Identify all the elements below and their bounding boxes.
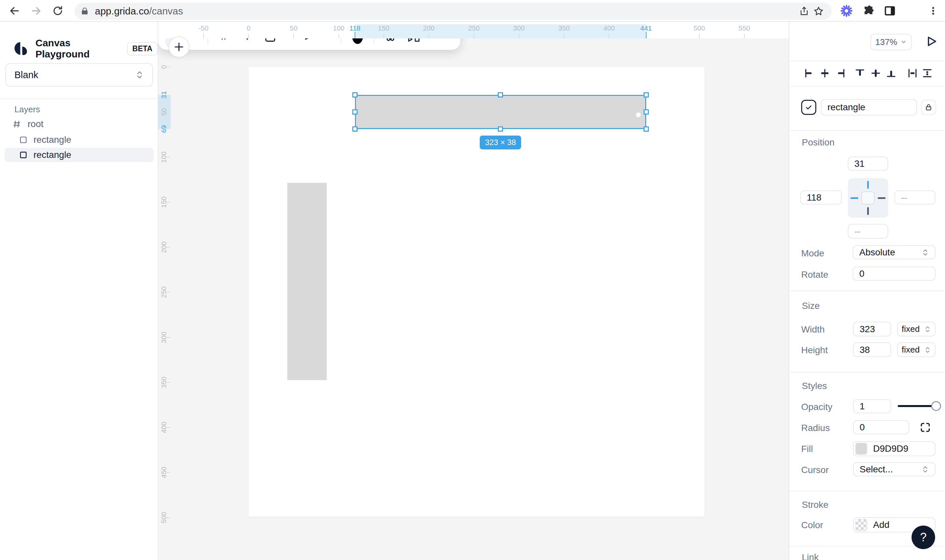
bookmark-star-icon[interactable] [811, 4, 826, 18]
play-button[interactable] [925, 35, 938, 48]
opacity-slider-knob[interactable] [931, 401, 941, 411]
ruler-tick [519, 34, 519, 38]
ruler-tick [564, 34, 565, 38]
zoom-level-button[interactable]: 137% [870, 34, 912, 50]
layer-item-root[interactable]: root [12, 117, 153, 131]
help-button[interactable]: ? [911, 526, 935, 549]
anchor-top-tick [867, 181, 869, 189]
ruler-tick [293, 34, 294, 38]
cursor-select[interactable]: Select... [853, 462, 936, 476]
align-right-icon[interactable] [835, 68, 846, 79]
lock-button[interactable] [921, 100, 936, 115]
panel-divider [790, 130, 945, 131]
ruler-tick [166, 202, 171, 203]
position-left-input[interactable]: 118 [800, 191, 842, 205]
ruler-tick [339, 34, 339, 38]
radius-corners-icon[interactable] [919, 422, 931, 433]
rectangle-layer-icon [19, 151, 28, 159]
left-sidebar: Canvas Playground BETA Blank Layers root… [0, 22, 158, 560]
canvas-rectangle-unselected[interactable] [287, 183, 327, 380]
distribute-vertical-icon[interactable] [922, 68, 933, 79]
browser-sidebar-icon[interactable] [883, 4, 897, 18]
add-node-button[interactable] [168, 37, 189, 57]
selection-handle[interactable] [643, 92, 649, 97]
selection-handle[interactable] [498, 92, 503, 97]
mode-select[interactable]: Absolute [853, 245, 936, 259]
opacity-label: Opacity [801, 402, 833, 412]
styles-heading: Styles [802, 381, 827, 391]
mode-label: Mode [801, 248, 824, 258]
layer-item-rectangle-1[interactable]: rectangle [19, 132, 153, 147]
distribute-horizontal-icon[interactable] [907, 68, 918, 79]
height-mode-select[interactable]: fixed [897, 342, 936, 357]
align-vertical-center-icon[interactable] [870, 68, 881, 79]
align-left-icon[interactable] [803, 68, 815, 79]
ruler-label: 150 [378, 24, 389, 32]
panel-divider [790, 491, 945, 491]
position-anchor-widget[interactable] [848, 178, 888, 218]
ruler-tick [744, 34, 745, 38]
share-icon[interactable] [797, 4, 811, 18]
align-top-icon[interactable] [854, 68, 865, 79]
selected-rectangle[interactable] [355, 95, 646, 129]
frame-hash-icon [12, 119, 22, 129]
fill-label: Fill [801, 444, 813, 454]
canvas-area[interactable]: 323 × 38 # T [158, 22, 789, 560]
opacity-input[interactable]: 1 [853, 399, 891, 413]
ruler-selection-tick [355, 32, 355, 38]
fill-color-field[interactable]: D9D9D9 [853, 441, 936, 456]
visibility-checkbox[interactable] [801, 100, 816, 115]
ruler-label: 50 [290, 24, 297, 32]
sidebar-divider [0, 98, 158, 99]
link-heading: Link [802, 552, 819, 560]
inspector-panel: 137% rectangle Position 31 [789, 22, 945, 560]
avatar[interactable]: R [904, 4, 919, 18]
ruler-label: 500 [694, 24, 705, 32]
stroke-color-label: Color [801, 520, 823, 531]
selection-handle[interactable] [352, 92, 357, 97]
layer-item-rectangle-2-selected[interactable]: rectangle [5, 148, 154, 162]
node-name-input[interactable]: rectangle [821, 99, 917, 115]
align-bottom-icon[interactable] [886, 68, 897, 79]
transparent-swatch [855, 519, 867, 531]
grida-logo-icon [13, 41, 28, 56]
width-mode-select[interactable]: fixed [897, 322, 936, 337]
position-top-input[interactable]: 31 [848, 157, 888, 171]
position-right-input[interactable]: -- [894, 191, 936, 205]
panel-divider [790, 372, 945, 372]
ruler-tick [166, 247, 171, 248]
opacity-slider[interactable] [898, 405, 936, 407]
extension-burst-icon[interactable] [839, 4, 854, 18]
selection-handle[interactable] [352, 126, 357, 132]
corner-radius-handle[interactable] [636, 112, 641, 118]
back-icon[interactable] [7, 4, 22, 18]
rotate-input[interactable]: 0 [853, 266, 936, 281]
extensions-puzzle-icon[interactable] [861, 4, 876, 18]
width-input[interactable]: 323 [853, 322, 891, 337]
browser-chrome: app.grida.co/canvas R [0, 0, 945, 22]
radius-input[interactable]: 0 [853, 420, 909, 434]
kebab-menu-icon[interactable] [926, 4, 940, 18]
selection-handle[interactable] [643, 126, 649, 132]
position-bottom-input[interactable]: -- [848, 224, 888, 238]
anchor-center-square [861, 191, 875, 205]
height-input[interactable]: 38 [853, 342, 891, 357]
ruler-label: 0 [246, 24, 251, 32]
ruler-tick [166, 382, 171, 383]
selection-handle[interactable] [643, 109, 649, 115]
ruler-tick [166, 67, 171, 67]
fill-swatch[interactable] [855, 443, 867, 455]
forward-icon[interactable] [29, 4, 43, 18]
ruler-selection-label: 31 [160, 91, 168, 98]
ruler-tick [609, 34, 609, 38]
ruler-selection-label: 69 [160, 125, 168, 133]
anchor-bottom-tick [867, 207, 869, 215]
reload-icon[interactable] [51, 4, 65, 18]
selection-handle[interactable] [352, 109, 357, 115]
template-select[interactable]: Blank [5, 63, 153, 87]
ruler-tick [166, 292, 171, 292]
align-horizontal-center-icon[interactable] [819, 68, 830, 79]
rotate-label: Rotate [801, 269, 828, 280]
address-bar[interactable]: app.grida.co/canvas [75, 3, 832, 20]
selection-handle[interactable] [498, 126, 503, 132]
